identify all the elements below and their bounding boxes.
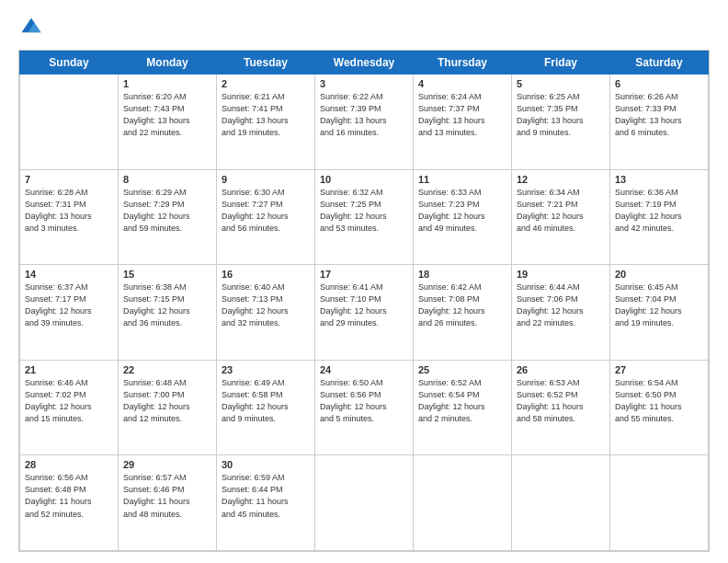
header <box>18 15 710 40</box>
day-info: Sunrise: 6:57 AM Sunset: 6:46 PM Dayligh… <box>123 472 211 520</box>
day-info: Sunrise: 6:30 AM Sunset: 7:27 PM Dayligh… <box>222 187 310 235</box>
day-number: 25 <box>418 364 506 375</box>
day-info: Sunrise: 6:56 AM Sunset: 6:48 PM Dayligh… <box>25 472 113 520</box>
day-info: Sunrise: 6:21 AM Sunset: 7:41 PM Dayligh… <box>222 91 310 139</box>
day-info: Sunrise: 6:50 AM Sunset: 6:56 PM Dayligh… <box>320 377 408 425</box>
day-number: 27 <box>615 364 703 375</box>
day-number: 14 <box>25 269 113 280</box>
day-number: 5 <box>517 78 605 89</box>
calendar-cell <box>315 455 414 551</box>
calendar-cell: 10Sunrise: 6:32 AM Sunset: 7:25 PM Dayli… <box>315 169 414 265</box>
day-info: Sunrise: 6:25 AM Sunset: 7:35 PM Dayligh… <box>517 91 605 139</box>
day-number: 12 <box>517 174 605 185</box>
day-number: 23 <box>222 364 310 375</box>
week-row-5: 28Sunrise: 6:56 AM Sunset: 6:48 PM Dayli… <box>20 455 709 551</box>
calendar-cell: 18Sunrise: 6:42 AM Sunset: 7:08 PM Dayli… <box>414 265 512 361</box>
day-number: 20 <box>615 269 703 280</box>
week-row-2: 7Sunrise: 6:28 AM Sunset: 7:31 PM Daylig… <box>20 169 709 265</box>
day-number: 3 <box>320 78 408 89</box>
day-info: Sunrise: 6:28 AM Sunset: 7:31 PM Dayligh… <box>25 187 113 235</box>
calendar-cell: 24Sunrise: 6:50 AM Sunset: 6:56 PM Dayli… <box>315 360 414 455</box>
day-info: Sunrise: 6:54 AM Sunset: 6:50 PM Dayligh… <box>615 377 703 425</box>
day-info: Sunrise: 6:44 AM Sunset: 7:06 PM Dayligh… <box>517 282 605 329</box>
day-info: Sunrise: 6:26 AM Sunset: 7:33 PM Dayligh… <box>615 91 703 139</box>
day-number: 1 <box>123 78 211 89</box>
calendar-cell: 23Sunrise: 6:49 AM Sunset: 6:58 PM Dayli… <box>217 360 315 455</box>
calendar-cell: 12Sunrise: 6:34 AM Sunset: 7:21 PM Dayli… <box>512 169 610 265</box>
calendar-cell: 19Sunrise: 6:44 AM Sunset: 7:06 PM Dayli… <box>512 265 610 361</box>
calendar: SundayMondayTuesdayWednesdayThursdayFrid… <box>18 50 710 552</box>
day-info: Sunrise: 6:24 AM Sunset: 7:37 PM Dayligh… <box>418 91 506 139</box>
calendar-cell: 27Sunrise: 6:54 AM Sunset: 6:50 PM Dayli… <box>610 360 709 455</box>
day-number: 10 <box>320 174 408 185</box>
day-info: Sunrise: 6:59 AM Sunset: 6:44 PM Dayligh… <box>222 472 310 520</box>
day-number: 22 <box>123 364 211 375</box>
day-number: 21 <box>25 364 113 375</box>
calendar-cell: 28Sunrise: 6:56 AM Sunset: 6:48 PM Dayli… <box>20 455 119 551</box>
day-number: 2 <box>222 78 310 89</box>
calendar-cell <box>20 75 119 170</box>
day-number: 9 <box>222 174 310 185</box>
calendar-cell <box>414 455 512 551</box>
day-info: Sunrise: 6:46 AM Sunset: 7:02 PM Dayligh… <box>25 377 113 425</box>
calendar-header: SundayMondayTuesdayWednesdayThursdayFrid… <box>20 52 709 75</box>
day-header-friday: Friday <box>512 52 610 75</box>
day-number: 28 <box>25 459 113 470</box>
calendar-table: SundayMondayTuesdayWednesdayThursdayFrid… <box>19 51 709 551</box>
calendar-cell: 17Sunrise: 6:41 AM Sunset: 7:10 PM Dayli… <box>315 265 414 361</box>
week-row-4: 21Sunrise: 6:46 AM Sunset: 7:02 PM Dayli… <box>20 360 709 455</box>
day-info: Sunrise: 6:36 AM Sunset: 7:19 PM Dayligh… <box>615 187 703 235</box>
day-number: 24 <box>320 364 408 375</box>
calendar-cell: 16Sunrise: 6:40 AM Sunset: 7:13 PM Dayli… <box>217 265 315 361</box>
day-info: Sunrise: 6:33 AM Sunset: 7:23 PM Dayligh… <box>418 187 506 235</box>
calendar-cell: 2Sunrise: 6:21 AM Sunset: 7:41 PM Daylig… <box>217 75 315 170</box>
day-info: Sunrise: 6:32 AM Sunset: 7:25 PM Dayligh… <box>320 187 408 235</box>
day-header-tuesday: Tuesday <box>217 52 315 75</box>
calendar-cell: 21Sunrise: 6:46 AM Sunset: 7:02 PM Dayli… <box>20 360 119 455</box>
day-number: 17 <box>320 269 408 280</box>
calendar-cell: 1Sunrise: 6:20 AM Sunset: 7:43 PM Daylig… <box>119 75 217 170</box>
day-number: 15 <box>123 269 211 280</box>
day-header-monday: Monday <box>119 52 217 75</box>
calendar-cell: 30Sunrise: 6:59 AM Sunset: 6:44 PM Dayli… <box>217 455 315 551</box>
day-number: 13 <box>615 174 703 185</box>
day-number: 19 <box>517 269 605 280</box>
calendar-body: 1Sunrise: 6:20 AM Sunset: 7:43 PM Daylig… <box>20 75 709 551</box>
day-info: Sunrise: 6:52 AM Sunset: 6:54 PM Dayligh… <box>418 377 506 425</box>
calendar-cell: 7Sunrise: 6:28 AM Sunset: 7:31 PM Daylig… <box>20 169 119 265</box>
logo <box>18 15 48 40</box>
day-number: 29 <box>123 459 211 470</box>
calendar-cell: 3Sunrise: 6:22 AM Sunset: 7:39 PM Daylig… <box>315 75 414 170</box>
calendar-cell: 4Sunrise: 6:24 AM Sunset: 7:37 PM Daylig… <box>414 75 512 170</box>
day-info: Sunrise: 6:40 AM Sunset: 7:13 PM Dayligh… <box>222 282 310 329</box>
day-info: Sunrise: 6:49 AM Sunset: 6:58 PM Dayligh… <box>222 377 310 425</box>
day-header-wednesday: Wednesday <box>315 52 414 75</box>
day-number: 4 <box>418 78 506 89</box>
day-number: 16 <box>222 269 310 280</box>
calendar-cell: 25Sunrise: 6:52 AM Sunset: 6:54 PM Dayli… <box>414 360 512 455</box>
logo-icon <box>18 15 44 40</box>
day-header-sunday: Sunday <box>20 52 119 75</box>
calendar-cell: 14Sunrise: 6:37 AM Sunset: 7:17 PM Dayli… <box>20 265 119 361</box>
day-number: 26 <box>517 364 605 375</box>
day-info: Sunrise: 6:41 AM Sunset: 7:10 PM Dayligh… <box>320 282 408 329</box>
day-info: Sunrise: 6:38 AM Sunset: 7:15 PM Dayligh… <box>123 282 211 329</box>
calendar-cell: 11Sunrise: 6:33 AM Sunset: 7:23 PM Dayli… <box>414 169 512 265</box>
calendar-cell: 9Sunrise: 6:30 AM Sunset: 7:27 PM Daylig… <box>217 169 315 265</box>
page: SundayMondayTuesdayWednesdayThursdayFrid… <box>0 0 728 563</box>
calendar-cell: 6Sunrise: 6:26 AM Sunset: 7:33 PM Daylig… <box>610 75 709 170</box>
days-row: SundayMondayTuesdayWednesdayThursdayFrid… <box>20 52 709 75</box>
calendar-cell <box>512 455 610 551</box>
day-info: Sunrise: 6:29 AM Sunset: 7:29 PM Dayligh… <box>123 187 211 235</box>
calendar-cell: 8Sunrise: 6:29 AM Sunset: 7:29 PM Daylig… <box>119 169 217 265</box>
week-row-1: 1Sunrise: 6:20 AM Sunset: 7:43 PM Daylig… <box>20 75 709 170</box>
calendar-cell: 29Sunrise: 6:57 AM Sunset: 6:46 PM Dayli… <box>119 455 217 551</box>
day-number: 7 <box>25 174 113 185</box>
day-info: Sunrise: 6:42 AM Sunset: 7:08 PM Dayligh… <box>418 282 506 329</box>
day-info: Sunrise: 6:37 AM Sunset: 7:17 PM Dayligh… <box>25 282 113 329</box>
day-info: Sunrise: 6:53 AM Sunset: 6:52 PM Dayligh… <box>517 377 605 425</box>
day-header-thursday: Thursday <box>414 52 512 75</box>
calendar-cell: 15Sunrise: 6:38 AM Sunset: 7:15 PM Dayli… <box>119 265 217 361</box>
day-number: 8 <box>123 174 211 185</box>
calendar-cell <box>610 455 709 551</box>
